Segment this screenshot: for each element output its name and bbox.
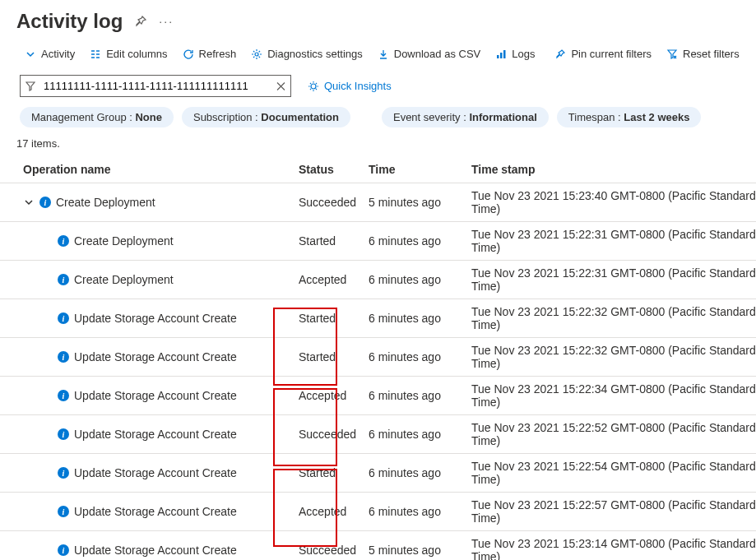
time-cell: 6 minutes ago [369, 428, 471, 441]
table-row[interactable]: iCreate DeploymentAccepted6 minutes agoT… [0, 260, 756, 299]
status-cell: Accepted [299, 273, 369, 286]
timestamp-cell: Tue Nov 23 2021 15:22:31 GMT-0800 (Pacif… [471, 266, 756, 293]
table-row[interactable]: iUpdate Storage Account CreateStarted6 m… [0, 337, 756, 376]
time-cell: 6 minutes ago [369, 389, 471, 402]
filter-pill-subscription[interactable]: Subscription : Documentation [182, 107, 350, 127]
time-cell: 6 minutes ago [369, 350, 471, 363]
col-status[interactable]: Status [299, 163, 369, 176]
table-row[interactable]: iUpdate Storage Account CreateStarted6 m… [0, 453, 756, 492]
search-input[interactable] [20, 75, 291, 97]
filter-pill-timespan[interactable]: Timespan : Last 2 weeks [557, 107, 702, 127]
timestamp-cell: Tue Nov 23 2021 15:22:32 GMT-0800 (Pacif… [471, 344, 756, 370]
search-input-wrap [20, 75, 291, 97]
info-icon: i [58, 467, 69, 479]
info-icon: i [58, 544, 69, 556]
filter-pill-management-group[interactable]: Management Group : None [20, 107, 174, 127]
svg-rect-3 [503, 50, 506, 58]
edit-columns-label: Edit columns [106, 48, 167, 60]
refresh-label: Refresh [199, 48, 237, 60]
time-cell: 6 minutes ago [369, 273, 471, 286]
status-cell: Started [299, 350, 369, 363]
operation-name: Update Storage Account Create [74, 505, 237, 518]
diagnostics-button[interactable]: Diagnostics settings [246, 44, 368, 63]
filter-pill-event-severity[interactable]: Event severity : Informational [382, 107, 549, 127]
download-csv-button[interactable]: Download as CSV [373, 44, 486, 63]
status-cell: Started [299, 466, 369, 479]
info-icon: i [58, 506, 69, 517]
info-icon: i [58, 390, 69, 401]
table-row[interactable]: iCreate DeploymentStarted6 minutes agoTu… [0, 221, 756, 260]
svg-point-0 [255, 53, 258, 56]
gear-icon [251, 49, 262, 60]
quick-insights-label: Quick Insights [324, 80, 392, 92]
item-count: 17 items. [0, 137, 756, 156]
svg-rect-2 [500, 53, 503, 58]
operation-name: Update Storage Account Create [74, 428, 237, 441]
download-icon [378, 49, 389, 60]
time-cell: 6 minutes ago [369, 505, 471, 518]
pin-filters-icon [554, 49, 566, 60]
insights-icon [308, 81, 319, 92]
status-cell: Accepted [299, 389, 369, 402]
download-csv-label: Download as CSV [394, 48, 481, 60]
reset-filters-icon [666, 49, 678, 60]
operation-name: Update Storage Account Create [74, 466, 237, 479]
operation-name: Create Deployment [56, 196, 155, 209]
time-cell: 6 minutes ago [369, 466, 471, 479]
activity-button[interactable]: Activity [20, 44, 80, 63]
operation-name: Update Storage Account Create [74, 312, 237, 325]
table-row[interactable]: iUpdate Storage Account CreateAccepted6 … [0, 376, 756, 414]
col-operation-name[interactable]: Operation name [23, 163, 299, 176]
info-icon: i [58, 274, 69, 285]
status-cell: Started [299, 234, 369, 248]
timestamp-cell: Tue Nov 23 2021 15:23:40 GMT-0800 (Pacif… [471, 189, 756, 215]
logs-icon [495, 49, 507, 60]
logs-button[interactable]: Logs [490, 44, 540, 63]
filter-icon [26, 81, 35, 91]
activity-table: Operation name Status Time Time stamp iC… [0, 156, 756, 560]
activity-label: Activity [41, 48, 75, 60]
clear-icon[interactable] [276, 81, 285, 90]
reset-filters-button[interactable]: Reset filters [661, 44, 744, 63]
info-icon: i [58, 428, 69, 440]
pin-filters-label: Pin current filters [571, 48, 652, 60]
quick-insights-button[interactable]: Quick Insights [308, 80, 392, 92]
timestamp-cell: Tue Nov 23 2021 15:22:57 GMT-0800 (Pacif… [471, 498, 756, 525]
pin-icon[interactable] [134, 15, 147, 28]
info-icon: i [39, 197, 51, 208]
status-cell: Started [299, 312, 369, 325]
table-row[interactable]: iUpdate Storage Account CreateSucceeded6… [0, 414, 756, 453]
col-time[interactable]: Time [369, 163, 471, 176]
reset-filters-label: Reset filters [683, 48, 740, 60]
logs-label: Logs [512, 48, 535, 60]
table-row[interactable]: iUpdate Storage Account CreateAccepted6 … [0, 492, 756, 530]
table-row[interactable]: iUpdate Storage Account CreateSucceeded5… [0, 530, 756, 560]
pin-filters-button[interactable]: Pin current filters [550, 44, 656, 63]
table-row[interactable]: iUpdate Storage Account CreateStarted6 m… [0, 299, 756, 337]
page-title: Activity log [16, 10, 123, 33]
timestamp-cell: Tue Nov 23 2021 15:23:14 GMT-0800 (Pacif… [471, 537, 756, 560]
edit-columns-button[interactable]: Edit columns [85, 44, 172, 63]
status-cell: Accepted [299, 505, 369, 518]
more-icon[interactable]: ··· [159, 15, 174, 28]
operation-name: Update Storage Account Create [74, 350, 237, 363]
table-row[interactable]: iCreate DeploymentSucceeded5 minutes ago… [0, 183, 756, 221]
info-icon: i [58, 235, 69, 247]
operation-name: Create Deployment [74, 234, 174, 248]
timestamp-cell: Tue Nov 23 2021 15:22:54 GMT-0800 (Pacif… [471, 460, 756, 486]
status-cell: Succeeded [299, 428, 369, 441]
status-cell: Succeeded [299, 196, 369, 209]
diagnostics-label: Diagnostics settings [267, 48, 363, 60]
status-cell: Succeeded [299, 544, 369, 557]
svg-rect-1 [497, 55, 499, 58]
info-icon: i [58, 312, 69, 324]
col-timestamp[interactable]: Time stamp [471, 163, 756, 176]
time-cell: 6 minutes ago [369, 312, 471, 325]
refresh-icon [183, 49, 194, 60]
timestamp-cell: Tue Nov 23 2021 15:22:34 GMT-0800 (Pacif… [471, 382, 756, 409]
chevron-down-icon[interactable] [23, 197, 35, 207]
refresh-button[interactable]: Refresh [178, 44, 242, 63]
time-cell: 5 minutes ago [369, 544, 471, 557]
operation-name: Update Storage Account Create [74, 544, 237, 557]
command-bar: Activity Edit columns Refresh Diagnostic… [0, 39, 756, 72]
